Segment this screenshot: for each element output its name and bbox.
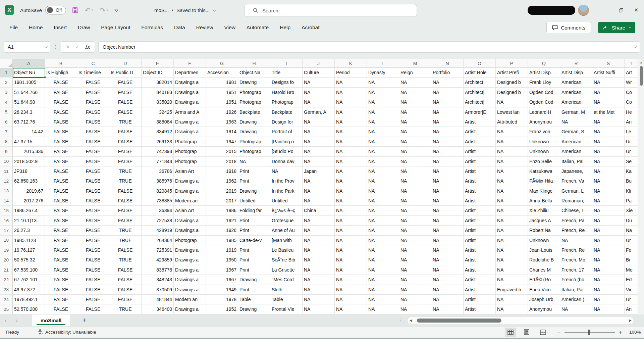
cell-E12[interactable]: 385976 xyxy=(142,176,174,186)
minimize-button[interactable]: — xyxy=(598,0,613,20)
cell-D4[interactable]: FALSE xyxy=(109,97,142,107)
row-header-11[interactable]: 11 xyxy=(0,166,13,176)
cell-L25[interactable]: NA xyxy=(367,304,399,314)
cell-E18[interactable]: 264364 xyxy=(142,236,174,245)
cell-H16[interactable]: Print xyxy=(238,216,270,226)
col-header-F[interactable]: F xyxy=(174,59,206,68)
cell-K22[interactable]: NA xyxy=(335,275,367,285)
cell-B18[interactable]: FALSE xyxy=(45,236,77,245)
cell-F12[interactable]: Drawings a xyxy=(174,176,206,186)
cell-F18[interactable]: Photograp xyxy=(174,236,206,245)
cell-G12[interactable]: 1962 xyxy=(206,176,238,186)
cell-M17[interactable]: NA xyxy=(399,226,431,235)
cell-I14[interactable]: Untitled xyxy=(270,196,303,206)
cell-E11[interactable]: 36786 xyxy=(142,166,174,176)
cell-L2[interactable]: NA xyxy=(367,78,399,87)
cell-L19[interactable]: NA xyxy=(367,245,399,255)
cell-S14[interactable]: NA xyxy=(592,196,625,206)
cell-C23[interactable]: FALSE xyxy=(77,285,109,295)
row-header-4[interactable]: 4 xyxy=(0,97,13,107)
cell-H7[interactable]: Drawing xyxy=(238,127,270,137)
cell-M5[interactable]: NA xyxy=(399,107,431,117)
page-layout-view-button[interactable] xyxy=(521,328,532,337)
cell-T10[interactable]: Se xyxy=(625,157,638,166)
cell-I5[interactable]: Backplate xyxy=(270,107,303,117)
col-header-B[interactable]: B xyxy=(45,59,77,68)
cell-H14[interactable]: Untitled xyxy=(238,196,270,206)
cell-Q21[interactable]: Charles M xyxy=(528,265,560,275)
cell-I15[interactable]: è¿‘ä»£ è¬ç xyxy=(270,206,303,215)
cell-J14[interactable]: NA xyxy=(303,196,335,206)
cell-C11[interactable]: FALSE xyxy=(77,166,109,176)
cell-K7[interactable]: NA xyxy=(335,127,367,137)
cell-C24[interactable]: FALSE xyxy=(77,295,109,304)
cell-E20[interactable]: 429859 xyxy=(142,255,174,265)
page-break-preview-button[interactable] xyxy=(537,328,548,337)
cell-I17[interactable]: Anne of Au xyxy=(270,226,303,235)
cell-S6[interactable]: NA xyxy=(592,117,625,127)
cell-L24[interactable]: NA xyxy=(367,295,399,304)
next-sheet-button[interactable]: › xyxy=(11,318,22,324)
cell-N18[interactable]: NA xyxy=(431,236,464,245)
cell-L8[interactable]: NA xyxy=(367,137,399,147)
cell-N24[interactable]: NA xyxy=(431,295,464,304)
cell-E22[interactable]: 348243 xyxy=(142,275,174,285)
cell-D9[interactable]: FALSE xyxy=(109,147,142,156)
cell-G16[interactable]: 1921 xyxy=(206,216,238,226)
row-header-21[interactable]: 21 xyxy=(0,265,13,275)
cell-F1[interactable]: Departmen xyxy=(174,68,206,78)
cell-Q19[interactable]: Jean-Louis xyxy=(528,245,560,255)
cell-E9[interactable]: 747393 xyxy=(142,147,174,156)
cell-A24[interactable]: 1978.492.1 xyxy=(13,295,45,304)
cell-D7[interactable]: FALSE xyxy=(109,127,142,137)
cell-K14[interactable]: NA xyxy=(335,196,367,206)
cell-J7[interactable]: NA xyxy=(303,127,335,137)
row-header-15[interactable]: 15 xyxy=(0,206,13,215)
cell-G1[interactable]: Accession xyxy=(206,68,238,78)
cell-P5[interactable]: Lowest lan xyxy=(496,107,528,117)
cell-T6[interactable]: An xyxy=(625,117,638,127)
cell-F23[interactable]: Drawings a xyxy=(174,285,206,295)
cell-H25[interactable]: Drawing xyxy=(238,304,270,314)
cell-A18[interactable]: 1985.1123 xyxy=(13,236,45,245)
cell-T9[interactable]: Ur xyxy=(625,147,638,156)
accessibility-status[interactable]: ? Accessibility: Unavailable xyxy=(38,329,96,335)
cell-B14[interactable]: FALSE xyxy=(45,196,77,206)
cell-I23[interactable]: Sloth xyxy=(270,285,303,295)
cell-N6[interactable]: NA xyxy=(431,117,464,127)
cell-G14[interactable]: 2017 xyxy=(206,196,238,206)
cell-M14[interactable]: NA xyxy=(399,196,431,206)
cell-T13[interactable]: Kli xyxy=(625,186,638,196)
cell-Q3[interactable]: Ogden Cod xyxy=(528,88,560,97)
cell-I13[interactable]: In the Park xyxy=(270,186,303,196)
cell-T18[interactable]: Ur xyxy=(625,236,638,245)
cell-Q17[interactable]: Robert Na xyxy=(528,226,560,235)
cell-A17[interactable]: 26.27.3 xyxy=(13,226,45,235)
cell-L21[interactable]: NA xyxy=(367,265,399,275)
cell-R2[interactable]: American, xyxy=(560,78,592,87)
cell-G9[interactable]: 2015 xyxy=(206,147,238,156)
cell-G25[interactable]: 1952 xyxy=(206,304,238,314)
cell-B20[interactable]: FALSE xyxy=(45,255,77,265)
cell-N3[interactable]: NA xyxy=(431,88,464,97)
zoom-out-button[interactable]: − xyxy=(557,329,560,335)
cell-S12[interactable]: NA xyxy=(592,176,625,186)
cell-D24[interactable]: FALSE xyxy=(109,295,142,304)
cell-T11[interactable]: Ka xyxy=(625,166,638,176)
cell-C18[interactable]: FALSE xyxy=(77,236,109,245)
formula-input[interactable]: Object Number xyxy=(98,41,640,53)
row-header-14[interactable]: 14 xyxy=(0,196,13,206)
cell-D23[interactable]: FALSE xyxy=(109,285,142,295)
cell-R20[interactable]: French, Mo xyxy=(560,255,592,265)
cell-L14[interactable]: NA xyxy=(367,196,399,206)
cell-O12[interactable]: Artist xyxy=(464,176,496,186)
cell-F14[interactable]: Modern an xyxy=(174,196,206,206)
cell-J8[interactable]: NA xyxy=(303,137,335,147)
cell-K17[interactable]: NA xyxy=(335,226,367,235)
col-header-O[interactable]: O xyxy=(464,59,496,68)
cell-G22[interactable]: 1967 xyxy=(206,275,238,285)
cell-A11[interactable]: JP318 xyxy=(13,166,45,176)
cell-L13[interactable]: NA xyxy=(367,186,399,196)
cell-O17[interactable]: Artist xyxy=(464,226,496,235)
cell-P18[interactable]: NA xyxy=(496,236,528,245)
